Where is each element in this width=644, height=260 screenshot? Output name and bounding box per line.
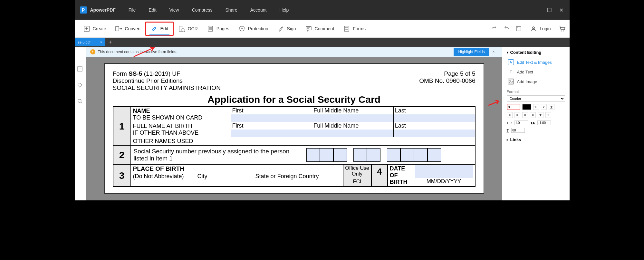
last-name-field[interactable] [394,114,475,122]
font-size-input[interactable] [507,104,520,110]
ssn-digit[interactable] [428,148,441,162]
notice-bar: ! This document contains interactive for… [86,47,502,57]
titlebar: P ApowerPDF File Edit View Compress Shar… [75,0,570,20]
omb-number: OMB No. 0960-0066 [419,77,475,84]
align-right-icon[interactable]: ≡ [522,112,528,118]
create-button[interactable]: Create [79,23,111,35]
svg-rect-19 [516,26,521,31]
search-icon[interactable] [77,98,83,105]
content-editing-header[interactable]: Content Editing [507,50,565,55]
app-name: ApowerPDF [90,7,116,13]
bold-icon[interactable]: T [533,104,539,110]
menu-file[interactable]: File [129,7,136,13]
hscale-input[interactable] [511,128,525,133]
ssn-prompt: Social Security number previously assign… [131,146,305,164]
save-icon[interactable] [515,25,522,32]
edit-text-images-item[interactable]: A Edit Text & Images [507,57,565,67]
ssn-digit[interactable] [333,148,347,162]
image-icon [508,79,514,84]
links-section[interactable]: Links [507,137,565,142]
tab-close-icon[interactable]: × [100,40,102,44]
letter-spacing-input[interactable] [537,120,551,125]
ssn-digit[interactable] [400,148,414,162]
align-left-icon[interactable]: ≡ [507,112,513,118]
protection-button[interactable]: Protection [234,23,273,35]
line-height-input[interactable] [514,120,528,125]
svg-point-23 [563,30,564,31]
italic-icon[interactable]: T [541,104,547,110]
thumbnails-icon[interactable] [77,66,83,72]
comment-button[interactable]: Comment [301,23,339,35]
edit-button[interactable]: Edit [145,22,174,36]
convert-button[interactable]: Convert [111,23,145,35]
font-color-swatch[interactable] [522,104,531,110]
menu-edit[interactable]: Edit [149,7,156,13]
pages-button[interactable]: Pages [202,23,234,35]
minimize-icon[interactable]: ─ [534,7,540,13]
ssn-digit[interactable] [367,148,380,162]
add-text-item[interactable]: T Add Text [507,67,565,77]
ssn-digit[interactable] [353,148,367,162]
app-logo: P [80,6,87,14]
tabstrip: ss-5.pdf × + [75,38,570,47]
svg-rect-12 [306,26,311,30]
ssn-digit[interactable] [320,148,333,162]
forms-button[interactable]: Forms [339,23,370,35]
user-icon [530,25,537,32]
row-number-3: 3 [113,165,131,186]
ssn-boxes [305,146,442,164]
cart-icon[interactable] [559,25,566,32]
svg-point-31 [509,81,510,82]
pages-icon [207,25,214,32]
row-number-4: 4 [372,165,388,186]
birth-first-field[interactable] [231,130,312,137]
redo-icon[interactable] [491,25,498,32]
birth-middle-field[interactable] [312,130,393,137]
line-height-icon: ⟷ [507,121,512,125]
tab-add-icon[interactable]: + [105,39,115,46]
svg-point-22 [561,30,562,31]
dob-field[interactable] [415,165,473,178]
superscript-icon[interactable]: T [538,112,543,118]
close-icon[interactable]: ✕ [559,7,564,13]
undo-icon[interactable] [503,25,510,32]
document-tab[interactable]: ss-5.pdf × [75,38,106,46]
menu-view[interactable]: View [169,7,179,13]
ocr-button[interactable]: OCR [174,23,202,35]
underline-icon[interactable]: T [549,104,554,110]
svg-point-27 [79,84,79,84]
svg-rect-3 [116,26,119,31]
svg-point-21 [533,27,534,29]
first-name-field[interactable] [231,114,312,122]
add-image-item[interactable]: Add Image [507,77,565,86]
align-center-icon[interactable]: ≡ [514,112,520,118]
pdf-page[interactable]: Form SS-5 (11-2019) UF Discontinue Prior… [104,63,484,194]
ssn-digit[interactable] [414,148,428,162]
login-button[interactable]: Login [527,24,553,34]
svg-line-29 [81,102,82,103]
svg-point-28 [78,99,81,102]
discontinue-text: Discontinue Prior Editions [113,77,221,84]
middle-name-field[interactable] [312,114,393,122]
subscript-icon[interactable]: T [545,112,551,118]
svg-rect-15 [344,26,349,31]
menu-account[interactable]: Account [250,7,267,13]
align-justify-icon[interactable]: ≡ [530,112,536,118]
tab-label: ss-5.pdf [78,40,91,44]
menu-share[interactable]: Share [225,7,237,13]
highlight-fields-button[interactable]: Highlight Fields [454,48,489,56]
ssn-digit[interactable] [306,148,320,162]
maximize-icon[interactable]: ❐ [546,7,552,13]
toolbar: Create Convert Edit OCR Pages Protection… [75,20,570,38]
birth-last-field[interactable] [394,130,475,137]
sign-button[interactable]: Sign [273,23,301,35]
menu-help[interactable]: Help [279,7,289,13]
tags-icon[interactable] [77,82,83,89]
notice-close-icon[interactable]: × [489,50,498,54]
ssn-digit[interactable] [387,148,400,162]
font-family-select[interactable]: Courier [507,95,565,102]
svg-rect-16 [345,27,346,28]
ocr-icon [178,25,185,32]
menu-compress[interactable]: Compress [192,7,213,13]
plus-icon [83,25,90,32]
